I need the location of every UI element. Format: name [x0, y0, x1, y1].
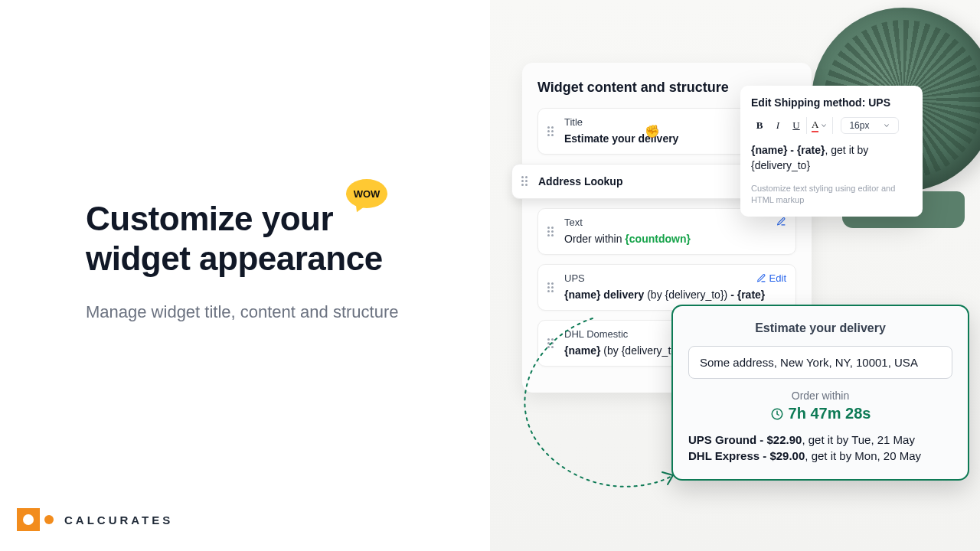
- drag-handle-icon[interactable]: [547, 126, 555, 137]
- item-label: UPS: [564, 272, 786, 284]
- item-value: Order within {countdown}: [564, 233, 786, 245]
- demo-pane: Widget content and structure Edit Title …: [490, 0, 980, 551]
- brand-name: CALCURATES: [64, 514, 173, 527]
- popover-help-text: Customize text styling using editor and …: [751, 183, 912, 207]
- delivery-widget-preview: Estimate your delivery Order within 7h 4…: [671, 305, 969, 481]
- hero-subtitle: Manage widget title, content and structu…: [86, 300, 423, 324]
- rte-toolbar: B I U A 16px: [751, 116, 912, 135]
- grab-cursor-icon: ✊: [645, 124, 660, 139]
- drag-handle-icon[interactable]: [547, 338, 555, 349]
- preview-title: Estimate your delivery: [688, 321, 952, 335]
- drag-handle-icon[interactable]: [547, 227, 555, 237]
- countdown: 7h 47m 28s: [688, 405, 952, 422]
- drag-handle-icon[interactable]: [547, 282, 555, 293]
- edit-shipping-popover: Edit Shipping method: UPS B I U A 16px {…: [740, 86, 923, 217]
- chevron-down-icon: [883, 122, 890, 129]
- drag-handle-icon[interactable]: [521, 176, 529, 187]
- font-size-select[interactable]: 16px: [841, 117, 899, 134]
- address-input[interactable]: [688, 346, 952, 379]
- hero: Customize your widget appearance Manage …: [86, 199, 423, 324]
- edit-button[interactable]: Edit: [756, 272, 786, 284]
- shipping-line: UPS Ground - $22.90, get it by Tue, 21 M…: [688, 433, 952, 446]
- text-color-button[interactable]: A: [806, 117, 833, 134]
- order-within-label: Order within: [688, 390, 952, 402]
- underline-button[interactable]: U: [788, 116, 805, 135]
- hero-title: Customize your widget appearance: [86, 199, 423, 279]
- item-label: Text: [564, 217, 786, 228]
- chevron-down-icon: [820, 122, 828, 129]
- brand-logo-icon: [17, 508, 54, 531]
- brand: CALCURATES: [17, 508, 173, 531]
- italic-button[interactable]: I: [769, 116, 786, 135]
- bold-button[interactable]: B: [751, 116, 768, 135]
- popover-title: Edit Shipping method: UPS: [751, 96, 912, 109]
- clock-icon: [770, 407, 784, 421]
- marketing-pane: WOW Customize your widget appearance Man…: [0, 0, 490, 551]
- shipping-line: DHL Express - $29.00, get it by Mon, 20 …: [688, 449, 952, 462]
- rte-content[interactable]: {name} - {rate}, get it by {delivery_to}: [751, 142, 912, 174]
- item-value: {name} delivery (by {delivery_to}) - {ra…: [564, 289, 786, 301]
- structure-item-ups[interactable]: Edit UPS {name} delivery (by {delivery_t…: [537, 264, 796, 311]
- edit-button[interactable]: [776, 217, 786, 227]
